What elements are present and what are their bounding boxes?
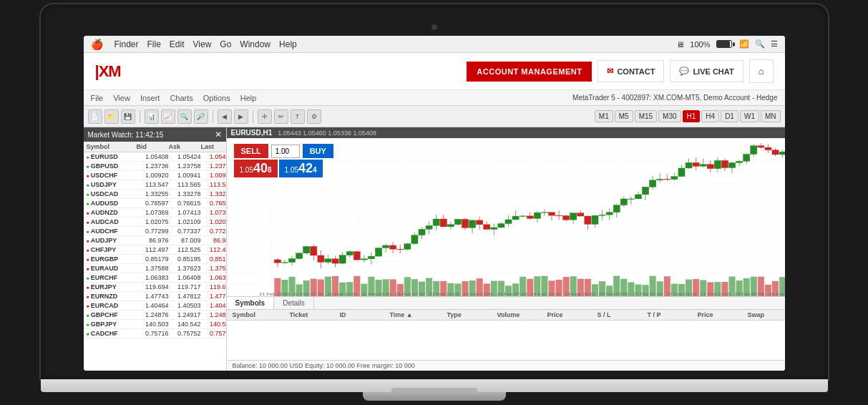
tf-mn[interactable]: MN — [761, 110, 781, 122]
market-watch-row[interactable]: ● EURCHF 1.06383 1.06408 1.06383 — [84, 273, 226, 283]
mw-ask-0: 1.05424 — [169, 153, 201, 160]
market-watch-row[interactable]: ● CADCHF 0.75716 0.75752 0.75716 — [84, 329, 226, 338]
sell-price-sup: 8 — [268, 166, 272, 174]
toolbar-text[interactable]: T — [291, 109, 305, 124]
mw-ask-14: 119.717 — [169, 283, 201, 291]
mt5-file[interactable]: File — [91, 94, 104, 102]
menu-file[interactable]: File — [147, 39, 161, 49]
macos-right-bar: 🖥 100% 📶 🔍 ☰ — [676, 39, 777, 49]
market-watch-row[interactable]: ● AUDCHF 0.77299 0.77337 0.77299 — [84, 227, 226, 236]
dot-icon: ● — [87, 210, 89, 215]
chart-main[interactable]: SELL BUY 1.05 40 8 — [227, 138, 785, 296]
mw-ask-2: 1.00941 — [169, 172, 201, 179]
tf-h4[interactable]: H4 — [701, 110, 719, 122]
svg-text:23 Feb 23:00: 23 Feb 23:00 — [462, 292, 493, 296]
chat-icon: 💬 — [679, 67, 689, 76]
mw-ask-7: 1.02109 — [169, 218, 201, 225]
live-chat-button[interactable]: 💬 LIVE CHAT — [670, 60, 743, 82]
market-watch-row[interactable]: ● AUDCAD 1.02075 1.02109 1.02075 — [84, 218, 226, 227]
menu-view[interactable]: View — [193, 39, 212, 49]
menu-go[interactable]: Go — [220, 39, 231, 49]
mw-symbol-4: ● USDCAD — [87, 190, 137, 197]
market-watch-row[interactable]: ● USDCAD 1.33255 1.33278 1.33255 — [84, 190, 226, 199]
tab-symbols[interactable]: Symbols — [227, 297, 275, 309]
market-watch-row[interactable]: ● GBPCHF 1.24876 1.24917 1.24876 — [84, 311, 226, 320]
th-price: Price — [545, 311, 595, 318]
svg-rect-203 — [707, 165, 713, 169]
toolbar-open[interactable]: 📁 — [104, 109, 119, 124]
market-watch-row[interactable]: ● EURCAD 1.40464 1.40503 1.40464 — [84, 301, 226, 311]
svg-rect-131 — [447, 225, 454, 227]
svg-text:23 Feb 15:00: 23 Feb 15:00 — [429, 292, 459, 296]
mw-bid-16: 1.40464 — [137, 302, 169, 309]
lot-input[interactable] — [271, 145, 300, 158]
toolbar-zoom-in[interactable]: 🔍 — [177, 109, 192, 124]
menu-finder[interactable]: Finder — [114, 39, 139, 49]
toolbar-save[interactable]: 💾 — [121, 109, 135, 124]
tf-m30[interactable]: M30 — [658, 110, 681, 122]
market-watch-row[interactable]: ● CHFJPY 112.497 112.525 112.498 — [84, 245, 226, 255]
tf-h1[interactable]: H1 — [683, 110, 701, 122]
svg-rect-115 — [389, 245, 396, 249]
tf-w1[interactable]: W1 — [740, 110, 759, 122]
toolbar-line[interactable]: 📈 — [161, 109, 175, 124]
menu-window[interactable]: Window — [240, 39, 270, 49]
market-watch-row[interactable]: ● EURGBP 0.85179 0.85195 0.85179 — [84, 255, 226, 264]
toolbar-next[interactable]: ▶ — [234, 109, 248, 124]
bottom-tabs: Symbols Details — [227, 296, 785, 310]
market-watch-row[interactable]: ● EURUSD 1.05408 1.05424 1.05408 — [84, 152, 226, 162]
tf-d1[interactable]: D1 — [721, 110, 738, 122]
svg-rect-107 — [361, 259, 367, 260]
tf-m1[interactable]: M1 — [595, 110, 613, 122]
sell-button[interactable]: SELL — [234, 144, 268, 158]
mt5-charts[interactable]: Charts — [170, 94, 192, 102]
svg-rect-205 — [714, 160, 721, 168]
market-watch-row[interactable]: ● EURJPY 119.694 119.717 119.694 — [84, 283, 226, 292]
market-watch-row[interactable]: ● AUDNZD 1.07369 1.07413 1.07369 — [84, 208, 226, 218]
toolbar-prev[interactable]: ◀ — [218, 109, 232, 124]
svg-rect-149 — [512, 216, 519, 220]
toolbar-crosshair[interactable]: ✛ — [258, 109, 272, 124]
market-watch-row[interactable]: ● GBPUSD 1.23736 1.23758 1.23735 — [84, 162, 226, 171]
mw-last-17: 1.24876 — [201, 311, 226, 318]
mw-last-2: 1.00920 — [201, 172, 226, 179]
market-watch-row[interactable]: ● EURAUD 1.37588 1.37623 1.37588 — [84, 264, 226, 273]
toolbar-zoom-out[interactable]: 🔎 — [194, 109, 208, 124]
tf-m5[interactable]: M5 — [615, 110, 633, 122]
toolbar-indicators[interactable]: ⚙ — [307, 109, 321, 124]
buy-button[interactable]: BUY — [303, 144, 333, 158]
menu-help[interactable]: Help — [279, 39, 297, 49]
svg-rect-185 — [642, 187, 648, 195]
mt5-help[interactable]: Help — [240, 94, 257, 102]
mt5-insert[interactable]: Insert — [140, 94, 160, 102]
toolbar-draw[interactable]: ✏ — [274, 109, 288, 124]
mw-ask-10: 112.525 — [169, 246, 201, 253]
tf-m15[interactable]: M15 — [635, 110, 657, 122]
market-watch-row[interactable]: ● AUDJPY 86.976 87.009 86.976 — [84, 236, 226, 245]
market-watch-row[interactable]: ● EURNZD 1.47743 1.47812 1.47743 — [84, 292, 226, 301]
contact-button[interactable]: ✉ CONTACT — [598, 60, 664, 82]
market-watch-row[interactable]: ● GBPJPY 140.503 140.542 140.503 — [84, 320, 226, 329]
market-watch-close[interactable]: ✕ — [215, 130, 222, 140]
chart-area: EURUSD,H1 1.05443 1.05460 1.05336 1.0540… — [227, 127, 785, 371]
account-management-button[interactable]: ACCOUNT MANAGEMENT — [467, 62, 592, 82]
apple-menu[interactable]: 🍎 — [91, 39, 103, 50]
timeframe-group: M1 M5 M15 M30 H1 H4 D1 W1 MN — [595, 110, 781, 122]
menu-edit[interactable]: Edit — [170, 39, 185, 49]
svg-rect-161 — [555, 215, 562, 216]
mt5-view[interactable]: View — [113, 94, 130, 102]
col-ask: Ask — [169, 143, 201, 150]
market-watch-row[interactable]: ● USDCHF 1.00920 1.00941 1.00920 — [84, 171, 226, 180]
tab-details[interactable]: Details — [274, 297, 314, 309]
home-button[interactable]: ⌂ — [749, 59, 774, 83]
search-icon[interactable]: 🔍 — [755, 39, 765, 49]
svg-rect-179 — [620, 199, 627, 205]
svg-rect-163 — [562, 216, 569, 220]
control-icon[interactable]: ☰ — [771, 39, 778, 49]
svg-rect-87 — [288, 258, 295, 262]
mt5-options[interactable]: Options — [203, 94, 230, 102]
market-watch-row[interactable]: ● AUDUSD 0.76597 0.76615 0.76597 — [84, 199, 226, 208]
toolbar-new[interactable]: 📄 — [88, 109, 102, 124]
toolbar-chart[interactable]: 📊 — [145, 109, 159, 124]
market-watch-row[interactable]: ● USDJPY 113.547 113.565 113.547 — [84, 180, 226, 190]
